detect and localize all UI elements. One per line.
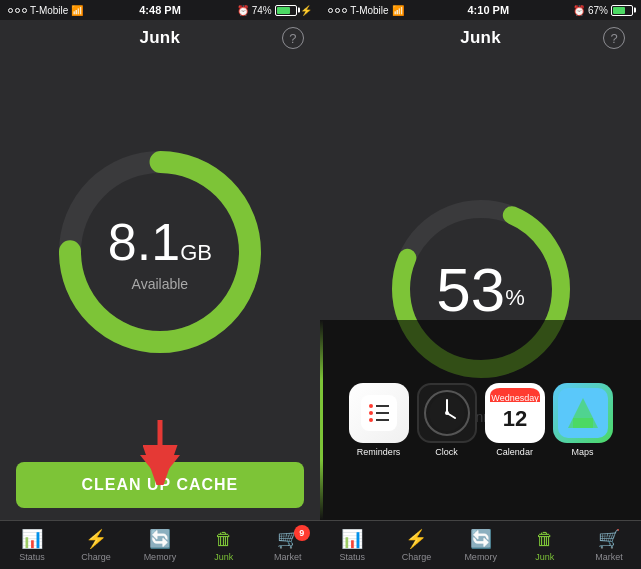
carrier-label: T-Mobile (30, 5, 68, 16)
right-signal-dots (328, 8, 347, 13)
right-header-title: Junk (460, 28, 501, 48)
signal-dots (8, 8, 27, 13)
right-help-button[interactable]: ? (603, 27, 625, 49)
right-nav-status[interactable]: 📊 Status (320, 521, 384, 569)
donut-chart: 8.1GB Available (50, 142, 270, 362)
right-nav-junk-label: Junk (535, 552, 554, 562)
right-nav-memory[interactable]: 🔄 Memory (449, 521, 513, 569)
memory-icon: 🔄 (149, 528, 171, 550)
left-nav-charge[interactable]: ⚡ Charge (64, 521, 128, 569)
calendar-label: Calendar (496, 447, 533, 457)
rdot3 (342, 8, 347, 13)
app-switcher-line (320, 320, 323, 520)
left-header-title: Junk (139, 28, 180, 48)
scan-percent: 53 (436, 255, 505, 324)
right-nav-market-label: Market (595, 552, 623, 562)
left-bottom-nav: 📊 Status ⚡ Charge 🔄 Memory 🗑 Junk 9 🛒 Ma… (0, 520, 320, 569)
status-icon: 📊 (21, 528, 43, 550)
rdot1 (328, 8, 333, 13)
right-status-right: ⏰ 67% (573, 5, 633, 16)
svg-point-8 (369, 404, 373, 408)
left-nav-charge-label: Charge (81, 552, 111, 562)
right-nav-memory-label: Memory (464, 552, 497, 562)
right-alarm-icon: ⏰ (573, 5, 585, 16)
right-battery-fill (613, 7, 625, 14)
left-time: 4:48 PM (139, 4, 181, 16)
right-battery-pct: 67% (588, 5, 608, 16)
svg-point-18 (445, 411, 449, 415)
right-nav-status-label: Status (340, 552, 366, 562)
left-nav-memory[interactable]: 🔄 Memory (128, 521, 192, 569)
app-reminders[interactable]: Reminders (349, 383, 409, 457)
donut-label: Available (108, 276, 212, 292)
battery-fill (277, 7, 291, 14)
right-market-icon: 🛒 (598, 528, 620, 550)
right-wifi-icon: 📶 (392, 5, 404, 16)
left-nav-memory-label: Memory (144, 552, 177, 562)
alarm-icon: ⏰ (237, 5, 249, 16)
donut-value: 8.1GB (108, 212, 212, 272)
left-nav-status[interactable]: 📊 Status (0, 521, 64, 569)
charge-icon: ⚡ (85, 528, 107, 550)
rdot2 (335, 8, 340, 13)
svg-text:Wednesday: Wednesday (491, 393, 539, 403)
left-header: Junk ? (0, 20, 320, 54)
app-clock[interactable]: Clock (417, 383, 477, 457)
svg-point-12 (369, 418, 373, 422)
app-maps[interactable]: Maps (553, 383, 613, 457)
reminders-label: Reminders (357, 447, 401, 457)
scan-center: 53% (436, 254, 525, 325)
clock-label: Clock (435, 447, 458, 457)
app-switcher: Reminders Clock 12Wednesday Calendar Map… (320, 320, 641, 520)
left-nav-market-label: Market (274, 552, 302, 562)
dot1 (8, 8, 13, 13)
right-junk-icon: 🗑 (536, 529, 554, 550)
right-time: 4:10 PM (468, 4, 510, 16)
svg-point-10 (369, 411, 373, 415)
right-status-bar: T-Mobile 📶 4:10 PM ⏰ 67% (320, 0, 641, 20)
right-panel: T-Mobile 📶 4:10 PM ⏰ 67% Junk ? (320, 0, 641, 569)
maps-icon (553, 383, 613, 443)
right-status-icon: 📊 (341, 528, 363, 550)
donut-center: 8.1GB Available (108, 212, 212, 292)
right-nav-market[interactable]: 🛒 Market (577, 521, 641, 569)
button-area: CLEAN UP CACHE (0, 450, 320, 520)
battery-pct: 74% (252, 5, 272, 16)
left-nav-market[interactable]: 9 🛒 Market (256, 521, 320, 569)
left-chart-area: 8.1GB Available (0, 54, 320, 450)
junk-icon: 🗑 (215, 529, 233, 550)
right-battery-icon (611, 5, 633, 16)
dot3 (22, 8, 27, 13)
left-panel: T-Mobile 📶 4:48 PM ⏰ 74% ⚡ Junk ? (0, 0, 320, 569)
bolt-icon: ⚡ (300, 5, 312, 16)
right-memory-icon: 🔄 (470, 528, 492, 550)
left-nav-status-label: Status (19, 552, 45, 562)
right-charge-icon: ⚡ (405, 528, 427, 550)
reminders-icon (349, 383, 409, 443)
right-carrier-label: T-Mobile (350, 5, 388, 16)
left-nav-junk-label: Junk (214, 552, 233, 562)
left-help-button[interactable]: ? (282, 27, 304, 49)
svg-rect-26 (573, 418, 593, 428)
left-status-left: T-Mobile 📶 (8, 5, 83, 16)
right-status-left: T-Mobile 📶 (328, 5, 403, 16)
cleanup-button[interactable]: CLEAN UP CACHE (16, 462, 304, 508)
market-badge: 9 (294, 525, 310, 541)
left-status-bar: T-Mobile 📶 4:48 PM ⏰ 74% ⚡ (0, 0, 320, 20)
right-header: Junk ? (320, 20, 641, 54)
maps-label: Maps (572, 447, 594, 457)
dot2 (15, 8, 20, 13)
wifi-icon: 📶 (71, 5, 83, 16)
clock-icon (417, 383, 477, 443)
right-nav-junk[interactable]: 🗑 Junk (513, 521, 577, 569)
scan-percent-sign: % (505, 284, 525, 309)
svg-text:12: 12 (502, 406, 526, 431)
left-status-right: ⏰ 74% ⚡ (237, 5, 312, 16)
left-nav-junk[interactable]: 🗑 Junk (192, 521, 256, 569)
app-calendar[interactable]: 12Wednesday Calendar (485, 383, 545, 457)
right-bottom-nav: 📊 Status ⚡ Charge 🔄 Memory 🗑 Junk 🛒 Mark… (320, 520, 641, 569)
right-nav-charge-label: Charge (402, 552, 432, 562)
right-nav-charge[interactable]: ⚡ Charge (384, 521, 448, 569)
calendar-icon: 12Wednesday (485, 383, 545, 443)
battery-icon (275, 5, 297, 16)
